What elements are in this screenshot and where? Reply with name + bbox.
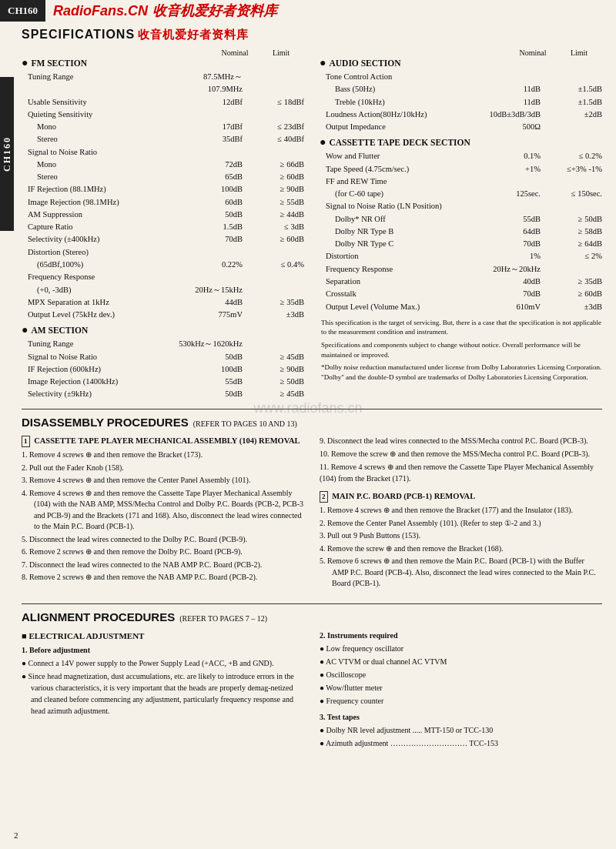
spec-row: Output Impedance 500Ω bbox=[320, 121, 602, 133]
side-label-text: CH160 bbox=[2, 136, 13, 172]
list-item: 2. Remove the Center Panel Assembly (101… bbox=[320, 518, 602, 530]
page: CH160 RadioFans.CN 收音机爱好者资料库 CH160 www.r… bbox=[0, 0, 616, 849]
spec-nominal: 100dB bbox=[169, 363, 243, 376]
spec-limit: ±3dB bbox=[243, 309, 304, 321]
spec-limit: ≥ 45dB bbox=[243, 351, 304, 363]
header: CH160 RadioFans.CN 收音机爱好者资料库 bbox=[0, 0, 616, 22]
spec-label: Loudness Action(80Hz/10kHz) bbox=[320, 109, 467, 121]
spec-label: Dolby NR Type B bbox=[320, 226, 467, 238]
spec-nominal: 50dB bbox=[169, 351, 243, 363]
list-item: 5. Disconnect the lead wires connected t… bbox=[22, 534, 304, 546]
spec-label: Frequency Response bbox=[22, 271, 169, 283]
list-item: Since head magnetization, dust accumulat… bbox=[22, 670, 304, 717]
fm-col-headers: Nominal Limit bbox=[22, 48, 304, 57]
spec-label: IF Rejection (88.1MHz) bbox=[22, 183, 169, 196]
spec-row: Selectivity (±400kHz) 70dB ≥ 60dB bbox=[22, 233, 304, 246]
align-before-list: Connect a 14V power supply to the Power … bbox=[22, 657, 304, 717]
disassembly-ref: (REFER TO PAGES 10 AND 13) bbox=[193, 419, 297, 428]
spec-limit: ≤ 0.4% bbox=[243, 259, 304, 271]
spec-label: Image Rejection (98.1MHz) bbox=[22, 196, 169, 209]
spec-label: Tuning Range bbox=[22, 71, 169, 83]
spec-row: Bass (50Hz) 11dB ±1.5dB bbox=[320, 83, 602, 95]
spec-nominal: 11dB bbox=[467, 96, 541, 109]
spec-row: Frequency Response 20Hz～20kHz bbox=[320, 263, 602, 276]
list-item: 1. Remove 4 screws ⊕ and then remove the… bbox=[320, 505, 602, 516]
proc-num-2: 2 bbox=[320, 491, 328, 503]
list-item: 11. Remove 4 screws ⊕ and then remove th… bbox=[320, 461, 602, 484]
spec-label: Signal to Noise Ratio (LN Position) bbox=[320, 200, 467, 212]
spec-limit: ≤ 0.2% bbox=[541, 150, 602, 162]
spec-label: AM Suppression bbox=[22, 209, 169, 221]
spec-limit: ≥ 66dB bbox=[243, 159, 304, 171]
spec-nominal: 60dB bbox=[169, 196, 243, 209]
spec-label: Signal to Noise Ratio bbox=[22, 146, 169, 159]
spec-row: Dolby* NR Off 55dB ≥ 50dB bbox=[320, 213, 602, 226]
spec-label: Capture Ratio bbox=[22, 221, 169, 233]
spec-nominal: 44dB bbox=[169, 296, 243, 309]
audio-section-title: AUDIO SECTION bbox=[329, 58, 400, 68]
spec-nominal: 125sec. bbox=[467, 188, 541, 200]
spec-label: IF Rejection (600kHz) bbox=[22, 363, 169, 376]
audio-limit-header: Limit bbox=[556, 48, 602, 57]
spec-nominal: 20Hz～20kHz bbox=[467, 263, 541, 276]
spec-row: Distortion 1% ≤ 2% bbox=[320, 250, 602, 262]
proc-cassette-title: 1 CASSETTE TAPE PLAYER MECHANICAL ASSEMB… bbox=[22, 435, 304, 448]
footnote-dolby: *Dolby noise reduction manufactured unde… bbox=[321, 363, 602, 382]
spec-nominal: 17dBf bbox=[169, 121, 243, 133]
spec-row: Usable Sensitivity 12dBf ≤ 18dBf bbox=[22, 96, 304, 109]
main-content: SPECIFICATIONS 收音机爱好者资料库 Nominal Limit ●… bbox=[0, 22, 616, 760]
footnote-main: This specification is the target of serv… bbox=[321, 318, 602, 337]
spec-nominal: 50dB bbox=[169, 209, 243, 221]
spec-limit: ≥ 55dB bbox=[243, 196, 304, 209]
cassette-bullet: ● bbox=[320, 137, 326, 148]
spec-row: Separation 40dB ≥ 35dB bbox=[320, 276, 602, 288]
header-model: CH160 bbox=[0, 0, 45, 22]
list-item: Connect a 14V power supply to the Power … bbox=[22, 657, 304, 669]
list-item: 1. Remove 4 screws ⊕ and then remove the… bbox=[22, 450, 304, 461]
spec-row: IF Rejection (88.1MHz) 100dB ≥ 90dB bbox=[22, 183, 304, 196]
spec-label: Usable Sensitivity bbox=[22, 96, 169, 109]
spec-nominal: 65dB bbox=[169, 171, 243, 183]
list-item: 5. Remove 6 screws ⊕ and then remove the… bbox=[320, 556, 602, 590]
audio-bullet: ● bbox=[320, 58, 326, 69]
spec-nominal: 0.1% bbox=[467, 150, 541, 162]
spec-limit: ≥ 60dB bbox=[243, 171, 304, 183]
spec-nominal: 1% bbox=[467, 250, 541, 262]
spec-nominal: 70dB bbox=[169, 233, 243, 246]
alignment-title-bar: ALIGNMENT PROCEDURES (REFER TO PAGES 7 –… bbox=[22, 610, 602, 623]
spec-label: MPX Separation at 1kHz bbox=[22, 296, 169, 309]
spec-limit: ≤+3% -1% bbox=[541, 163, 602, 175]
spec-row: Tape Speed (4.75cm/sec.) +1% ≤+3% -1% bbox=[320, 163, 602, 175]
spec-row: Quieting Sensitivity bbox=[22, 109, 304, 121]
cassette-section-header: ● CASSETTE TAPE DECK SECTION bbox=[320, 137, 602, 148]
spec-row: Signal to Noise Ratio 50dB ≥ 45dB bbox=[22, 351, 304, 363]
align-col-left: ■ ELECTRICAL ADJUSTMENT 1. Before adjust… bbox=[22, 630, 304, 753]
list-item: Dolby NR level adjustment ..... MTT-150 … bbox=[320, 724, 602, 736]
spec-nominal: 64dB bbox=[467, 226, 541, 238]
spec-limit: ≥ 44dB bbox=[243, 209, 304, 221]
spec-limit: ≤ 40dBf bbox=[243, 133, 304, 145]
spec-label: Stereo bbox=[22, 171, 169, 183]
spec-limit: ≤ 23dBf bbox=[243, 121, 304, 133]
spec-nominal: 11dB bbox=[467, 83, 541, 95]
spec-nominal: 72dB bbox=[169, 159, 243, 171]
spec-label: Signal to Noise Ratio bbox=[22, 351, 169, 363]
spec-label: Tape Speed (4.75cm/sec.) bbox=[320, 163, 467, 175]
spec-limit: ≥ 58dB bbox=[541, 226, 602, 238]
spec-limit: ≥ 60dB bbox=[243, 233, 304, 246]
spec-nominal: 70dB bbox=[467, 238, 541, 250]
site-subtitle: 收音机爱好者资料库 bbox=[152, 2, 277, 20]
divider-2 bbox=[22, 603, 602, 604]
spec-limit: ≥ 90dB bbox=[243, 363, 304, 376]
spec-nominal: 775mV bbox=[169, 309, 243, 321]
spec-row: (+0, -3dB) 20Hz～15kHz bbox=[22, 284, 304, 296]
spec-label: Mono bbox=[22, 159, 169, 171]
spec-nominal: 87.5MHz～107.9MHz bbox=[169, 71, 243, 96]
page-number: 2 bbox=[14, 831, 18, 840]
proc-cassette-steps: 1. Remove 4 screws ⊕ and then remove the… bbox=[22, 450, 304, 583]
spec-label: Separation bbox=[320, 276, 467, 288]
fm-nominal-header: Nominal bbox=[212, 48, 258, 57]
spec-limit: ≤ 18dBf bbox=[243, 96, 304, 109]
spec-row: Tuning Range 530kHz～1620kHz bbox=[22, 338, 304, 350]
spec-label: Selectivity (±400kHz) bbox=[22, 233, 169, 246]
